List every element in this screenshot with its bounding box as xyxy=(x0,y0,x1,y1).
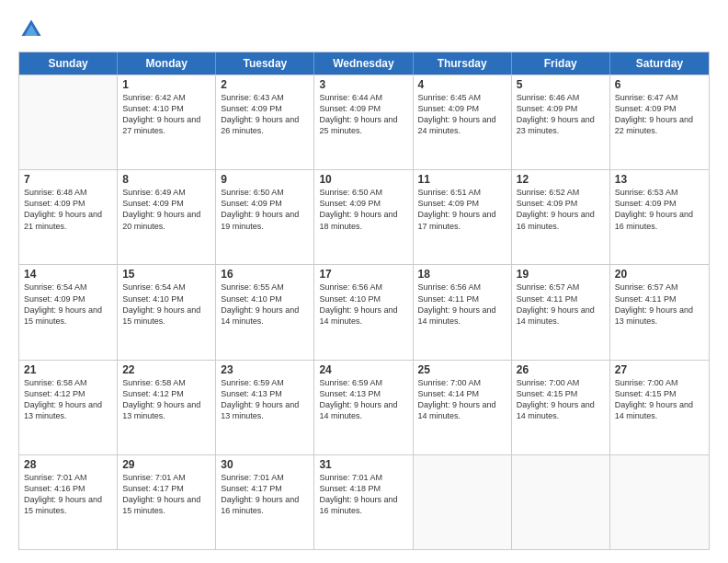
day-info: Sunrise: 7:00 AMSunset: 4:15 PMDaylight:… xyxy=(615,377,704,422)
day-info: Sunrise: 6:54 AMSunset: 4:09 PMDaylight:… xyxy=(24,282,112,327)
cal-cell: 17Sunrise: 6:56 AMSunset: 4:10 PMDayligh… xyxy=(314,265,413,359)
cal-cell: 29Sunrise: 7:01 AMSunset: 4:17 PMDayligh… xyxy=(118,455,216,549)
cal-cell: 24Sunrise: 6:59 AMSunset: 4:13 PMDayligh… xyxy=(314,361,413,454)
cal-cell: 12Sunrise: 6:52 AMSunset: 4:09 PMDayligh… xyxy=(512,170,610,264)
day-number: 18 xyxy=(418,268,506,281)
day-number: 19 xyxy=(517,268,605,281)
day-number: 20 xyxy=(615,268,704,281)
day-info: Sunrise: 6:44 AMSunset: 4:09 PMDaylight:… xyxy=(319,92,407,137)
cal-cell: 10Sunrise: 6:50 AMSunset: 4:09 PMDayligh… xyxy=(314,170,413,264)
cal-cell: 22Sunrise: 6:58 AMSunset: 4:12 PMDayligh… xyxy=(118,361,216,454)
day-info: Sunrise: 7:00 AMSunset: 4:14 PMDaylight:… xyxy=(418,377,506,422)
cal-cell: 19Sunrise: 6:57 AMSunset: 4:11 PMDayligh… xyxy=(512,265,610,359)
day-number: 31 xyxy=(319,458,407,471)
cal-cell xyxy=(414,455,512,549)
header-day-saturday: Saturday xyxy=(610,52,709,75)
cal-cell: 1Sunrise: 6:42 AMSunset: 4:10 PMDaylight… xyxy=(118,75,216,169)
day-number: 2 xyxy=(221,78,309,91)
cal-cell: 3Sunrise: 6:44 AMSunset: 4:09 PMDaylight… xyxy=(314,75,413,169)
day-info: Sunrise: 6:57 AMSunset: 4:11 PMDaylight:… xyxy=(615,282,704,327)
day-number: 26 xyxy=(517,363,605,376)
day-info: Sunrise: 7:01 AMSunset: 4:17 PMDaylight:… xyxy=(122,472,210,517)
day-number: 25 xyxy=(418,363,506,376)
day-number: 15 xyxy=(122,268,210,281)
cal-cell: 20Sunrise: 6:57 AMSunset: 4:11 PMDayligh… xyxy=(610,265,709,359)
week-row-0: 1Sunrise: 6:42 AMSunset: 4:10 PMDaylight… xyxy=(19,75,709,169)
day-info: Sunrise: 6:51 AMSunset: 4:09 PMDaylight:… xyxy=(418,187,506,232)
day-info: Sunrise: 6:53 AMSunset: 4:09 PMDaylight:… xyxy=(615,187,704,232)
cal-cell: 4Sunrise: 6:45 AMSunset: 4:09 PMDaylight… xyxy=(414,75,512,169)
calendar: SundayMondayTuesdayWednesdayThursdayFrid… xyxy=(18,52,710,550)
day-info: Sunrise: 6:50 AMSunset: 4:09 PMDaylight:… xyxy=(319,187,407,232)
page: SundayMondayTuesdayWednesdayThursdayFrid… xyxy=(0,0,728,563)
header-day-thursday: Thursday xyxy=(414,52,512,75)
logo-icon xyxy=(18,17,44,42)
cal-cell: 30Sunrise: 7:01 AMSunset: 4:17 PMDayligh… xyxy=(216,455,314,549)
header-day-friday: Friday xyxy=(512,52,610,75)
day-number: 12 xyxy=(517,173,605,186)
cal-cell xyxy=(19,75,118,169)
day-info: Sunrise: 6:42 AMSunset: 4:10 PMDaylight:… xyxy=(122,92,210,137)
day-number: 6 xyxy=(615,78,704,91)
cal-cell: 31Sunrise: 7:01 AMSunset: 4:18 PMDayligh… xyxy=(314,455,413,549)
cal-cell: 28Sunrise: 7:01 AMSunset: 4:16 PMDayligh… xyxy=(19,455,118,549)
day-number: 14 xyxy=(24,268,112,281)
day-number: 30 xyxy=(221,458,309,471)
cal-cell: 13Sunrise: 6:53 AMSunset: 4:09 PMDayligh… xyxy=(610,170,709,264)
day-info: Sunrise: 7:00 AMSunset: 4:15 PMDaylight:… xyxy=(517,377,605,422)
day-info: Sunrise: 6:50 AMSunset: 4:09 PMDaylight:… xyxy=(221,187,309,232)
day-number: 10 xyxy=(319,173,407,186)
day-number: 23 xyxy=(221,363,309,376)
day-number: 1 xyxy=(122,78,210,91)
day-number: 16 xyxy=(221,268,309,281)
cal-cell: 14Sunrise: 6:54 AMSunset: 4:09 PMDayligh… xyxy=(19,265,118,359)
cal-cell: 5Sunrise: 6:46 AMSunset: 4:09 PMDaylight… xyxy=(512,75,610,169)
cal-cell: 11Sunrise: 6:51 AMSunset: 4:09 PMDayligh… xyxy=(414,170,512,264)
day-info: Sunrise: 6:58 AMSunset: 4:12 PMDaylight:… xyxy=(122,377,210,422)
cal-cell: 6Sunrise: 6:47 AMSunset: 4:09 PMDaylight… xyxy=(610,75,709,169)
day-info: Sunrise: 7:01 AMSunset: 4:18 PMDaylight:… xyxy=(319,472,407,517)
day-number: 24 xyxy=(319,363,407,376)
week-row-4: 28Sunrise: 7:01 AMSunset: 4:16 PMDayligh… xyxy=(19,454,709,549)
cal-cell: 21Sunrise: 6:58 AMSunset: 4:12 PMDayligh… xyxy=(19,361,118,454)
day-info: Sunrise: 6:45 AMSunset: 4:09 PMDaylight:… xyxy=(418,92,506,137)
calendar-body: 1Sunrise: 6:42 AMSunset: 4:10 PMDaylight… xyxy=(19,75,709,549)
day-info: Sunrise: 6:59 AMSunset: 4:13 PMDaylight:… xyxy=(221,377,309,422)
header-day-monday: Monday xyxy=(118,52,216,75)
header-day-sunday: Sunday xyxy=(19,52,118,75)
week-row-3: 21Sunrise: 6:58 AMSunset: 4:12 PMDayligh… xyxy=(19,360,709,454)
day-info: Sunrise: 7:01 AMSunset: 4:16 PMDaylight:… xyxy=(24,472,112,517)
day-number: 11 xyxy=(418,173,506,186)
week-row-2: 14Sunrise: 6:54 AMSunset: 4:09 PMDayligh… xyxy=(19,264,709,359)
day-number: 28 xyxy=(24,458,112,471)
calendar-header: SundayMondayTuesdayWednesdayThursdayFrid… xyxy=(19,52,709,75)
day-info: Sunrise: 6:52 AMSunset: 4:09 PMDaylight:… xyxy=(517,187,605,232)
header-day-tuesday: Tuesday xyxy=(216,52,314,75)
cal-cell: 23Sunrise: 6:59 AMSunset: 4:13 PMDayligh… xyxy=(216,361,314,454)
cal-cell xyxy=(512,455,610,549)
day-number: 3 xyxy=(319,78,407,91)
day-info: Sunrise: 6:57 AMSunset: 4:11 PMDaylight:… xyxy=(517,282,605,327)
day-number: 17 xyxy=(319,268,407,281)
cal-cell xyxy=(610,455,709,549)
day-info: Sunrise: 6:54 AMSunset: 4:10 PMDaylight:… xyxy=(122,282,210,327)
day-info: Sunrise: 6:43 AMSunset: 4:09 PMDaylight:… xyxy=(221,92,309,137)
header-day-wednesday: Wednesday xyxy=(314,52,413,75)
week-row-1: 7Sunrise: 6:48 AMSunset: 4:09 PMDaylight… xyxy=(19,169,709,264)
day-number: 9 xyxy=(221,173,309,186)
day-info: Sunrise: 6:55 AMSunset: 4:10 PMDaylight:… xyxy=(221,282,309,327)
day-number: 5 xyxy=(517,78,605,91)
cal-cell: 9Sunrise: 6:50 AMSunset: 4:09 PMDaylight… xyxy=(216,170,314,264)
day-info: Sunrise: 7:01 AMSunset: 4:17 PMDaylight:… xyxy=(221,472,309,517)
day-info: Sunrise: 6:49 AMSunset: 4:09 PMDaylight:… xyxy=(122,187,210,232)
day-number: 13 xyxy=(615,173,704,186)
day-info: Sunrise: 6:48 AMSunset: 4:09 PMDaylight:… xyxy=(24,187,112,232)
cal-cell: 27Sunrise: 7:00 AMSunset: 4:15 PMDayligh… xyxy=(610,361,709,454)
day-number: 29 xyxy=(122,458,210,471)
day-number: 27 xyxy=(615,363,704,376)
day-info: Sunrise: 6:56 AMSunset: 4:10 PMDaylight:… xyxy=(319,282,407,327)
cal-cell: 8Sunrise: 6:49 AMSunset: 4:09 PMDaylight… xyxy=(118,170,216,264)
cal-cell: 7Sunrise: 6:48 AMSunset: 4:09 PMDaylight… xyxy=(19,170,118,264)
cal-cell: 18Sunrise: 6:56 AMSunset: 4:11 PMDayligh… xyxy=(414,265,512,359)
day-number: 4 xyxy=(418,78,506,91)
